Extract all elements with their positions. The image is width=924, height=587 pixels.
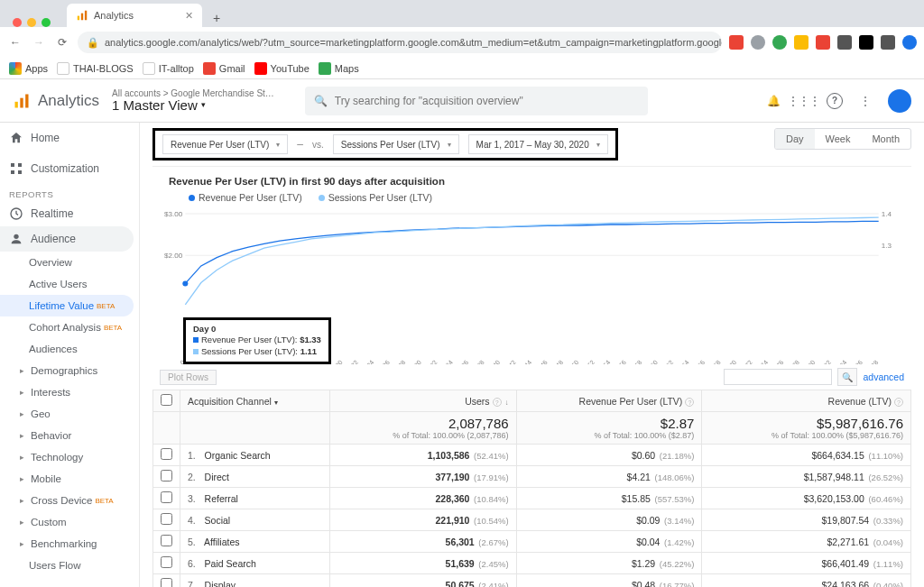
sidebar-expand-mobile[interactable]: ▸Mobile xyxy=(0,468,139,490)
bookmark-item[interactable]: YouTube xyxy=(254,62,310,75)
extension-icon[interactable] xyxy=(837,35,852,50)
sidebar-sub-cohort-analysis[interactable]: Cohort AnalysisBETA xyxy=(0,316,139,338)
help-icon[interactable]: ? xyxy=(685,398,694,407)
sidebar-expand-custom[interactable]: ▸Custom xyxy=(0,511,139,533)
notifications-icon[interactable]: 🔔 xyxy=(765,93,781,109)
svg-rect-3 xyxy=(15,101,18,107)
sidebar-sub-active-users[interactable]: Active Users xyxy=(0,273,139,295)
forward-button[interactable]: → xyxy=(31,34,47,50)
sidebar-expand-technology[interactable]: ▸Technology xyxy=(0,446,139,468)
extension-icon[interactable] xyxy=(729,35,744,50)
extension-icon[interactable] xyxy=(772,35,787,50)
new-tab-button[interactable]: + xyxy=(208,9,226,27)
reload-button[interactable]: ⟳ xyxy=(54,34,70,50)
sidebar-sub-users-flow[interactable]: Users Flow xyxy=(0,555,139,576)
search-icon: 🔍 xyxy=(842,372,853,382)
table-row[interactable]: 6. Paid Search51,639 (2.45%)$1.29 (45.22… xyxy=(153,553,911,574)
help-icon[interactable]: ? xyxy=(827,93,843,109)
table-totals-row: 2,087,786% of Total: 100.00% (2,087,786)… xyxy=(153,412,911,445)
chevron-right-icon: ▸ xyxy=(20,409,27,418)
address-bar[interactable]: 🔒 analytics.google.com/analytics/web/?ut… xyxy=(78,32,722,53)
col-dimension[interactable]: Acquisition Channel ▾ xyxy=(180,390,330,412)
sidebar-item-realtime[interactable]: Realtime xyxy=(0,201,139,226)
row-checkbox[interactable] xyxy=(161,513,172,525)
table-row[interactable]: 1. Organic Search1,103,586 (52.41%)$0.60… xyxy=(153,445,911,466)
sidebar-item-customization[interactable]: Customization xyxy=(0,153,139,184)
search-input[interactable]: 🔍 Try searching for "acquisition overvie… xyxy=(305,87,648,115)
window-controls[interactable] xyxy=(5,11,58,27)
table-search-input[interactable] xyxy=(724,369,832,385)
extension-icon[interactable] xyxy=(794,35,808,50)
product-logo[interactable]: Analytics xyxy=(13,92,99,110)
svg-text:Day 60: Day 60 xyxy=(641,359,660,364)
col-rev[interactable]: Revenue (LTV)? xyxy=(702,390,911,412)
tab-day[interactable]: Day xyxy=(775,129,815,149)
search-icon: 🔍 xyxy=(314,95,328,107)
close-window-icon[interactable] xyxy=(13,18,22,27)
tab-month[interactable]: Month xyxy=(861,129,910,149)
bookmark-item[interactable]: IT-alltop xyxy=(143,62,194,75)
extension-icon[interactable] xyxy=(881,35,895,50)
row-checkbox[interactable] xyxy=(161,535,172,546)
sidebar-expand-interests[interactable]: ▸Interests xyxy=(0,381,139,403)
metric-a-select[interactable]: Revenue Per User (LTV)▾ xyxy=(162,134,288,154)
help-icon[interactable]: ? xyxy=(894,398,903,407)
back-button[interactable]: ← xyxy=(7,34,23,50)
advanced-link[interactable]: advanced xyxy=(863,371,904,382)
view-selector[interactable]: All accounts > Google Merchandise St… 1 … xyxy=(112,88,274,114)
table-row[interactable]: 4. Social221,910 (10.54%)$0.09 (3.14%)$1… xyxy=(153,509,911,531)
sidebar-sub-audiences[interactable]: Audiences xyxy=(0,338,139,360)
app-header: Analytics All accounts > Google Merchand… xyxy=(0,79,924,123)
tab-week[interactable]: Week xyxy=(815,129,862,149)
extension-icon[interactable] xyxy=(816,35,830,50)
kebab-menu-icon[interactable]: ⋮ xyxy=(857,93,873,109)
sidebar-item-audience[interactable]: Audience xyxy=(0,226,134,252)
svg-point-18 xyxy=(182,280,188,286)
table-row[interactable]: 2. Direct377,190 (17.91%)$4.21 (148.06%)… xyxy=(153,466,911,488)
plot-rows-button[interactable]: Plot Rows xyxy=(160,370,217,385)
profile-avatar-icon[interactable] xyxy=(902,35,917,50)
apps-grid-icon[interactable]: ⋮⋮⋮ xyxy=(796,93,812,109)
apps-shortcut[interactable]: Apps xyxy=(9,62,48,75)
col-rpu[interactable]: Revenue Per User (LTV)? xyxy=(516,390,702,412)
dimension-value: Organic Search xyxy=(205,450,271,461)
select-all-header[interactable] xyxy=(153,390,180,412)
sidebar-expand-cross-device[interactable]: ▸Cross DeviceBETA xyxy=(0,490,139,511)
sidebar-sub-lifetime-value[interactable]: Lifetime ValueBETA xyxy=(0,295,134,316)
table-row[interactable]: 5. Affiliates56,301 (2.67%)$0.04 (1.42%)… xyxy=(153,531,911,553)
sidebar-sub-overview[interactable]: Overview xyxy=(0,252,139,273)
sidebar-item-acquisition[interactable]: Acquisition xyxy=(0,582,139,587)
date-range-select[interactable]: Mar 1, 2017 – May 30, 2020▾ xyxy=(468,134,608,154)
minimize-window-icon[interactable] xyxy=(27,18,36,27)
chevron-down-icon: ▾ xyxy=(201,101,206,110)
extension-icon[interactable] xyxy=(859,35,873,50)
row-checkbox[interactable] xyxy=(161,556,172,568)
table-header-row: Acquisition Channel ▾ Users?↓ Revenue Pe… xyxy=(153,390,911,412)
table-row[interactable]: 7. Display50,675 (2.41%)$0.48 (16.77%)$2… xyxy=(153,574,911,588)
select-all-checkbox[interactable] xyxy=(161,394,172,406)
col-users[interactable]: Users?↓ xyxy=(329,390,516,412)
bookmark-item[interactable]: THAI-BLOGS xyxy=(57,62,134,75)
sidebar-expand-geo[interactable]: ▸Geo xyxy=(0,403,139,425)
maximize-window-icon[interactable] xyxy=(42,18,51,27)
row-checkbox[interactable] xyxy=(161,470,172,482)
metric-b-select[interactable]: Sessions Per User (LTV)▾ xyxy=(333,134,459,154)
row-checkbox[interactable] xyxy=(161,578,172,587)
row-checkbox[interactable] xyxy=(161,448,172,460)
row-checkbox[interactable] xyxy=(161,491,172,503)
bookmark-item[interactable]: Gmail xyxy=(203,62,245,75)
extension-icon[interactable] xyxy=(751,35,765,50)
sidebar-item-home[interactable]: Home xyxy=(0,123,139,153)
user-avatar[interactable] xyxy=(888,89,911,113)
browser-tab[interactable]: Analytics ✕ xyxy=(67,4,202,27)
sidebar-expand-demographics[interactable]: ▸Demographics xyxy=(0,360,139,381)
svg-point-11 xyxy=(14,234,18,239)
close-tab-icon[interactable]: ✕ xyxy=(185,10,193,22)
help-icon[interactable]: ? xyxy=(493,398,502,407)
table-search-button[interactable]: 🔍 xyxy=(837,368,857,386)
table-row[interactable]: 3. Referral228,360 (10.84%)$15.85 (557.5… xyxy=(153,488,911,509)
url-text: analytics.google.com/analytics/web/?utm_… xyxy=(105,37,722,48)
bookmark-item[interactable]: Maps xyxy=(319,62,359,75)
sidebar-expand-benchmarking[interactable]: ▸Benchmarking xyxy=(0,533,139,555)
sidebar-expand-behavior[interactable]: ▸Behavior xyxy=(0,425,139,446)
